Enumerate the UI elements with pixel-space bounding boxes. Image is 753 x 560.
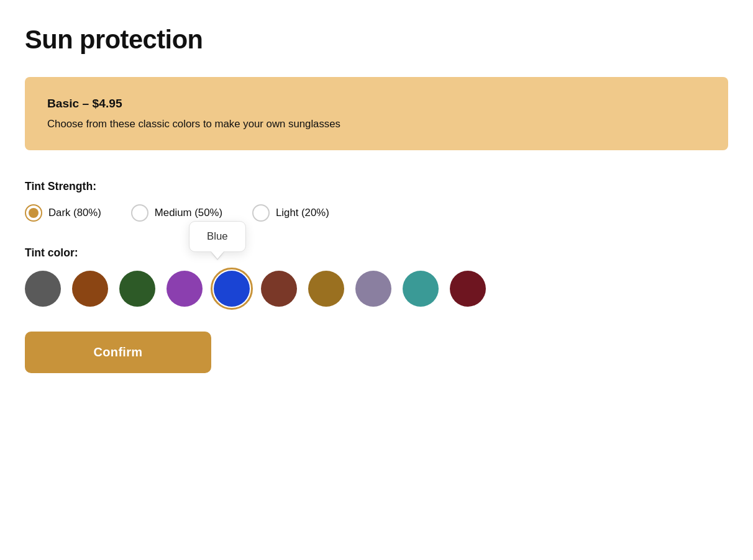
color-tooltip: Blue bbox=[189, 221, 246, 252]
color-swatch-blue[interactable] bbox=[214, 271, 250, 307]
tint-strength-section: Tint Strength: Dark (80%)Medium (50%)Lig… bbox=[25, 180, 728, 222]
radio-option-medium[interactable]: Medium (50%) bbox=[131, 204, 222, 222]
radio-label-medium: Medium (50%) bbox=[155, 207, 222, 219]
confirm-button[interactable]: Confirm bbox=[25, 332, 211, 373]
page-title: Sun protection bbox=[25, 25, 728, 55]
info-box: Basic – $4.95 Choose from these classic … bbox=[25, 77, 728, 150]
color-swatch-brown[interactable] bbox=[72, 271, 108, 307]
color-swatch-gray[interactable] bbox=[25, 271, 61, 307]
plan-title: Basic – $4.95 bbox=[47, 97, 706, 111]
color-swatch-dark-green[interactable] bbox=[119, 271, 155, 307]
color-swatch-teal[interactable] bbox=[403, 271, 439, 307]
tint-color-section: Tint color: Blue bbox=[25, 246, 728, 307]
radio-circle-light bbox=[252, 204, 270, 222]
tint-strength-label: Tint Strength: bbox=[25, 180, 728, 193]
radio-label-dark: Dark (80%) bbox=[48, 207, 101, 219]
color-swatch-purple[interactable] bbox=[167, 271, 203, 307]
tint-color-label: Tint color: bbox=[25, 246, 728, 260]
color-swatch-dark-red[interactable] bbox=[450, 271, 486, 307]
color-swatch-red-brown[interactable] bbox=[261, 271, 297, 307]
tint-strength-radio-group: Dark (80%)Medium (50%)Light (20%) bbox=[25, 204, 728, 222]
radio-label-light: Light (20%) bbox=[276, 207, 329, 219]
color-swatches: Blue bbox=[25, 271, 728, 307]
color-swatch-olive[interactable] bbox=[308, 271, 344, 307]
plan-description: Choose from these classic colors to make… bbox=[47, 118, 706, 130]
radio-option-light[interactable]: Light (20%) bbox=[252, 204, 329, 222]
radio-option-dark[interactable]: Dark (80%) bbox=[25, 204, 101, 222]
radio-circle-medium bbox=[131, 204, 148, 222]
color-swatch-mauve[interactable] bbox=[355, 271, 391, 307]
radio-circle-dark bbox=[25, 204, 42, 222]
